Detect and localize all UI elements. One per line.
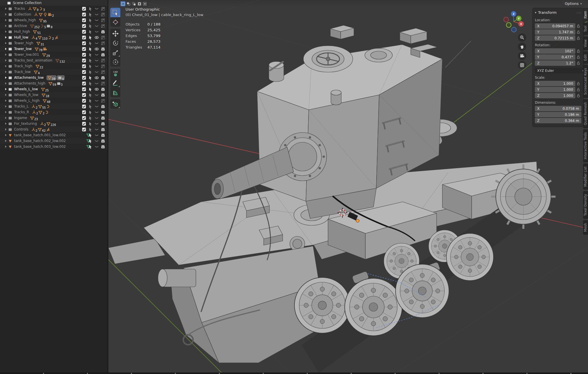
- render-disabled-icon[interactable]: [100, 99, 106, 103]
- exclude-checkbox[interactable]: [81, 24, 87, 28]
- exclude-checkbox[interactable]: [81, 35, 87, 40]
- select-mode-set-button[interactable]: [120, 1, 126, 6]
- selectable-icon[interactable]: [87, 64, 93, 68]
- outliner-row-scene-collection[interactable]: Scene Collection: [0, 0, 108, 6]
- render-enabled-icon[interactable]: [100, 145, 106, 149]
- lock-icon[interactable]: [575, 24, 581, 28]
- hide-eye-closed-icon[interactable]: [93, 93, 100, 97]
- outliner-row[interactable]: Wheels_R_low18: [0, 92, 108, 98]
- selectable-icon[interactable]: [87, 24, 93, 28]
- tab-mesh[interactable]: Mesh: [583, 220, 588, 235]
- render-disabled-icon[interactable]: [100, 81, 106, 86]
- dimensions-y-field[interactable]: Y0.186 m: [535, 112, 581, 117]
- disclosure-icon[interactable]: [4, 145, 7, 148]
- render-enabled-icon[interactable]: [100, 93, 106, 97]
- render-disabled-icon[interactable]: [100, 7, 106, 11]
- camera-view-button[interactable]: [518, 52, 526, 60]
- disclosure-icon[interactable]: [4, 36, 7, 39]
- scale-x-field[interactable]: X1.000: [535, 81, 575, 86]
- outliner-row[interactable]: Track_high22: [0, 63, 108, 69]
- tool-cad-transform-button[interactable]: CAD: [110, 69, 120, 78]
- outliner-row[interactable]: Collection2: [0, 11, 108, 17]
- render-enabled-icon[interactable]: [100, 110, 106, 114]
- disclosure-icon[interactable]: [4, 59, 7, 62]
- dimensions-x-field[interactable]: X0.0758 m: [535, 106, 581, 111]
- selectable-icon[interactable]: [87, 81, 93, 86]
- render-disabled-icon[interactable]: [100, 64, 106, 68]
- selectable-icon[interactable]: [87, 133, 93, 137]
- hide-eye-closed-icon[interactable]: [93, 24, 100, 28]
- tool-measure-button[interactable]: [110, 88, 120, 97]
- exclude-checkbox[interactable]: [81, 70, 87, 74]
- exclude-checkbox[interactable]: [81, 7, 87, 11]
- disclosure-icon[interactable]: [4, 53, 7, 56]
- hide-eye-closed-icon[interactable]: [93, 30, 100, 34]
- selectable-icon[interactable]: [87, 35, 93, 40]
- exclude-checkbox[interactable]: [81, 81, 87, 86]
- selectable-icon[interactable]: [87, 127, 93, 132]
- outliner-row[interactable]: Tracks_R22: [0, 109, 108, 115]
- rotation-z-field[interactable]: Z1.2°: [535, 60, 575, 66]
- outliner-row[interactable]: Wheels_L_low25: [0, 86, 108, 92]
- outliner-row[interactable]: Tracks_test_animation132: [0, 57, 108, 63]
- outliner-row[interactable]: Attachments_high593: [0, 80, 108, 86]
- lock-icon[interactable]: [575, 88, 581, 91]
- tab-screencast-keys[interactable]: Screencast Keys: [583, 65, 588, 98]
- disclosure-icon[interactable]: [4, 82, 7, 85]
- exclude-checkbox[interactable]: [81, 110, 87, 114]
- options-button[interactable]: Options▾: [562, 1, 585, 7]
- selectable-icon[interactable]: [87, 104, 93, 109]
- render-disabled-icon[interactable]: [100, 70, 106, 74]
- rotation-mode-dropdown[interactable]: XYZ Euler▾: [535, 68, 586, 73]
- outliner-row[interactable]: Controls242: [0, 126, 108, 132]
- tool-transform-button[interactable]: [110, 57, 120, 67]
- selectable-icon[interactable]: [87, 116, 93, 120]
- hide-eye-closed-icon[interactable]: [93, 139, 100, 143]
- selectable-icon[interactable]: [87, 18, 93, 22]
- exclude-checkbox[interactable]: [81, 41, 87, 45]
- rotation-y-field[interactable]: Y0.477°: [535, 54, 575, 60]
- exclude-checkbox[interactable]: [81, 47, 87, 51]
- exclude-checkbox[interactable]: [81, 87, 87, 91]
- selectable-icon[interactable]: [87, 99, 93, 103]
- render-disabled-icon[interactable]: [100, 58, 106, 63]
- tab-quad-remesh[interactable]: Quad Remesh: [583, 99, 588, 128]
- disclosure-icon[interactable]: [4, 111, 7, 113]
- render-disabled-icon[interactable]: [100, 12, 106, 17]
- render-enabled-icon[interactable]: [100, 139, 106, 143]
- render-enabled-icon[interactable]: [100, 104, 106, 109]
- select-mode-invert-button[interactable]: [137, 1, 142, 6]
- outliner-row[interactable]: Attachments_low394: [0, 75, 108, 80]
- disclosure-icon[interactable]: [4, 134, 7, 136]
- disclosure-icon[interactable]: [4, 19, 7, 21]
- navigation-gizmo[interactable]: ZYX: [498, 4, 530, 36]
- ortho-grid-button[interactable]: [518, 61, 526, 69]
- exclude-checkbox[interactable]: [81, 99, 87, 103]
- render-enabled-icon[interactable]: [100, 76, 106, 80]
- render-enabled-icon[interactable]: [100, 133, 106, 137]
- tab-tool[interactable]: Tool: [583, 23, 588, 35]
- exclude-checkbox[interactable]: [81, 58, 87, 63]
- lock-icon[interactable]: [575, 55, 581, 59]
- exclude-checkbox[interactable]: [81, 64, 87, 68]
- disclosure-icon[interactable]: [4, 25, 7, 27]
- selectable-icon[interactable]: [87, 93, 93, 97]
- lock-icon[interactable]: [575, 61, 581, 65]
- render-disabled-icon[interactable]: [100, 35, 106, 40]
- disclosure-icon[interactable]: [4, 30, 7, 33]
- outliner-row[interactable]: Tracks93: [0, 6, 108, 11]
- location-x-field[interactable]: X0.094057 m: [535, 23, 575, 29]
- hide-eye-icon[interactable]: [93, 35, 100, 40]
- hide-eye-closed-icon[interactable]: [93, 99, 100, 103]
- tool-move-button[interactable]: [110, 29, 120, 38]
- render-enabled-icon[interactable]: [100, 87, 106, 91]
- disclosure-icon[interactable]: [4, 94, 7, 96]
- selectable-icon[interactable]: [87, 58, 93, 63]
- outliner-row[interactable]: Hull_low41102: [0, 34, 108, 40]
- tab-item[interactable]: Item: [583, 8, 588, 21]
- hide-eye-closed-icon[interactable]: [93, 41, 100, 45]
- location-z-field[interactable]: Z0.72115 m: [535, 35, 575, 41]
- exclude-checkbox[interactable]: [81, 122, 87, 126]
- render-disabled-icon[interactable]: [100, 18, 106, 22]
- exclude-checkbox[interactable]: [81, 116, 87, 120]
